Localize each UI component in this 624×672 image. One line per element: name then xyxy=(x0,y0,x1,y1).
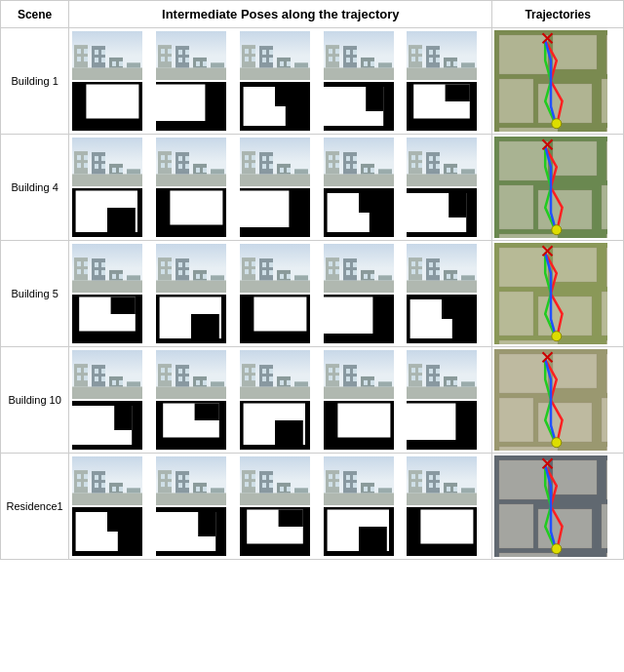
pose-image-top xyxy=(324,31,394,80)
pose-image-top xyxy=(407,244,477,293)
scene-label: Building 1 xyxy=(1,28,69,135)
pose-image-mask xyxy=(156,401,226,450)
pose-image-mask xyxy=(324,82,394,131)
pose-image-top xyxy=(324,456,394,505)
pose-image-top xyxy=(240,31,310,80)
scene-row: Building 10 xyxy=(1,347,624,454)
scene-label: Building 10 xyxy=(1,347,69,454)
pose-image-mask xyxy=(72,82,142,131)
pose-image-top xyxy=(324,138,394,186)
pose-image-top xyxy=(240,138,310,186)
scene-label: Building 4 xyxy=(1,135,69,241)
pose-image-top xyxy=(156,31,226,80)
pose-image-mask xyxy=(407,295,477,343)
pose-image-mask xyxy=(72,507,142,556)
pose-image-mask xyxy=(240,295,310,343)
poses-cell xyxy=(69,28,492,135)
pose-image-top xyxy=(72,350,142,399)
pose-image-top xyxy=(156,456,226,505)
scene-row: Building 4 xyxy=(1,135,624,241)
scene-label: Building 5 xyxy=(1,241,69,347)
trajectory-cell xyxy=(492,241,624,347)
pose-image-top xyxy=(240,244,310,293)
trajectory-image xyxy=(494,455,607,557)
col-poses-header: Intermediate Poses along the trajectory xyxy=(69,1,492,28)
col-traj-header: Trajectories xyxy=(492,1,624,28)
poses-cell xyxy=(69,135,492,241)
pose-image-top xyxy=(407,138,477,186)
pose-image-mask xyxy=(72,295,142,343)
pose-image-top xyxy=(240,350,310,399)
trajectory-image xyxy=(494,30,607,132)
trajectory-image xyxy=(494,349,607,451)
pose-image-mask xyxy=(407,188,477,237)
pose-image-top xyxy=(72,244,142,293)
trajectory-cell xyxy=(492,347,624,454)
scene-row: Residence1 xyxy=(1,454,624,560)
pose-image-mask xyxy=(240,188,310,237)
pose-image-mask xyxy=(407,401,477,450)
pose-image-top xyxy=(407,31,477,80)
pose-image-top xyxy=(324,244,394,293)
trajectory-image xyxy=(494,243,607,344)
pose-image-top xyxy=(324,350,394,399)
poses-cell xyxy=(69,347,492,454)
pose-image-top xyxy=(240,456,310,505)
pose-image-top xyxy=(72,138,142,186)
pose-image-top xyxy=(407,350,477,399)
pose-image-top xyxy=(72,456,142,505)
pose-image-top xyxy=(407,456,477,505)
pose-image-mask xyxy=(240,401,310,450)
pose-image-top xyxy=(72,31,142,80)
pose-image-top xyxy=(156,350,226,399)
pose-image-mask xyxy=(156,507,226,556)
pose-image-mask xyxy=(407,507,477,556)
trajectory-cell xyxy=(492,135,624,241)
pose-image-mask xyxy=(156,82,226,131)
scene-label: Residence1 xyxy=(1,454,69,560)
pose-image-mask xyxy=(407,82,477,131)
pose-image-mask xyxy=(156,188,226,237)
trajectory-cell xyxy=(492,454,624,560)
pose-image-mask xyxy=(156,295,226,343)
poses-cell xyxy=(69,454,492,560)
pose-image-mask xyxy=(324,188,394,237)
pose-image-mask xyxy=(240,82,310,131)
pose-image-mask xyxy=(324,295,394,343)
pose-image-top xyxy=(156,244,226,293)
pose-image-mask xyxy=(72,188,142,237)
pose-image-mask xyxy=(72,401,142,450)
pose-image-top xyxy=(156,138,226,186)
poses-cell xyxy=(69,241,492,347)
pose-image-mask xyxy=(240,507,310,556)
trajectory-image xyxy=(494,137,607,238)
pose-image-mask xyxy=(324,507,394,556)
pose-image-mask xyxy=(324,401,394,450)
scene-row: Building 1 xyxy=(1,28,624,135)
scene-row: Building 5 xyxy=(1,241,624,347)
col-scene-header: Scene xyxy=(1,1,69,28)
trajectory-cell xyxy=(492,28,624,135)
